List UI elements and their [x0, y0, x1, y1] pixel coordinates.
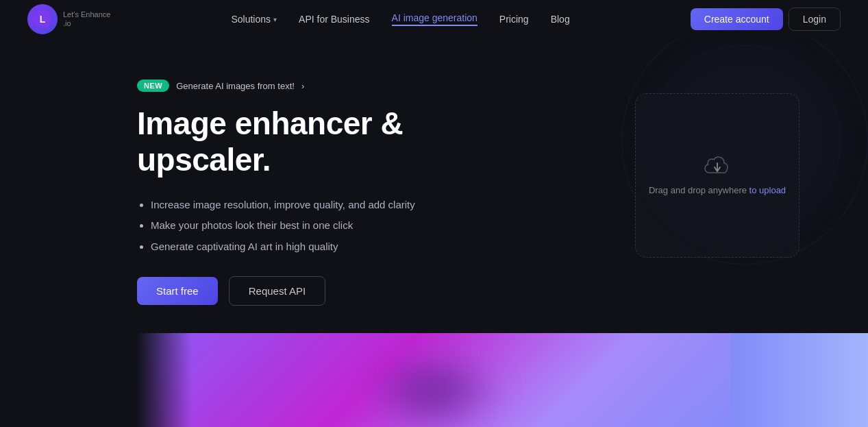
bottom-image-preview: [137, 333, 731, 427]
cloud-upload-icon: [702, 154, 732, 175]
bottom-light-strip: [731, 333, 868, 427]
bottom-preview-band: [0, 333, 868, 427]
hero-buttons: Start free Request API: [137, 276, 493, 306]
nav-item-blog[interactable]: Blog: [551, 14, 570, 25]
badge-row: NEW Generate AI images from text! ›: [137, 80, 493, 92]
upload-instruction: Drag and drop anywhere to upload: [649, 184, 786, 197]
badge-arrow-icon: ›: [301, 81, 304, 91]
request-api-button[interactable]: Request API: [229, 276, 325, 306]
nav-item-solutions[interactable]: Solutions ▾: [231, 14, 277, 25]
hero-bullet-2: Make your photos look their best in one …: [151, 218, 493, 234]
blob-overlay: [366, 350, 503, 427]
new-badge: NEW: [137, 80, 169, 92]
hero-bullets: Increase image resolution, improve quali…: [137, 197, 493, 255]
nav-actions: Create account Login: [691, 8, 841, 31]
nav-item-api-business[interactable]: API for Business: [299, 14, 370, 25]
upload-dropzone[interactable]: Drag and drop anywhere to upload: [635, 93, 799, 258]
login-button[interactable]: Login: [789, 8, 841, 31]
badge-text: Generate AI images from text!: [176, 81, 295, 91]
nav-links: Solutions ▾ API for Business AI image ge…: [231, 12, 569, 26]
chevron-icon: ▾: [273, 16, 277, 23]
nav-item-pricing[interactable]: Pricing: [499, 14, 529, 25]
hero-section: NEW Generate AI images from text! › Imag…: [0, 38, 868, 333]
create-account-button[interactable]: Create account: [691, 8, 783, 30]
navbar: L Let's Enhance .io Solutions ▾ API for …: [0, 0, 868, 38]
start-free-button[interactable]: Start free: [137, 277, 218, 305]
hero-bullet-3: Generate captivating AI art in high qual…: [151, 239, 493, 255]
logo-icon: L: [27, 4, 58, 34]
hero-bullet-1: Increase image resolution, improve quali…: [151, 197, 493, 213]
bottom-dark-strip: [0, 333, 137, 427]
svg-text:L: L: [40, 14, 46, 25]
logo[interactable]: L Let's Enhance .io: [27, 4, 110, 34]
hero-title: Image enhancer & upscaler.: [137, 106, 493, 178]
upload-link[interactable]: to upload: [749, 185, 786, 195]
logo-text: Let's Enhance .io: [63, 10, 110, 28]
upload-area: Drag and drop anywhere to upload: [635, 73, 813, 278]
nav-item-ai-image[interactable]: AI image generation: [392, 12, 478, 26]
hero-content: NEW Generate AI images from text! › Imag…: [137, 73, 493, 306]
